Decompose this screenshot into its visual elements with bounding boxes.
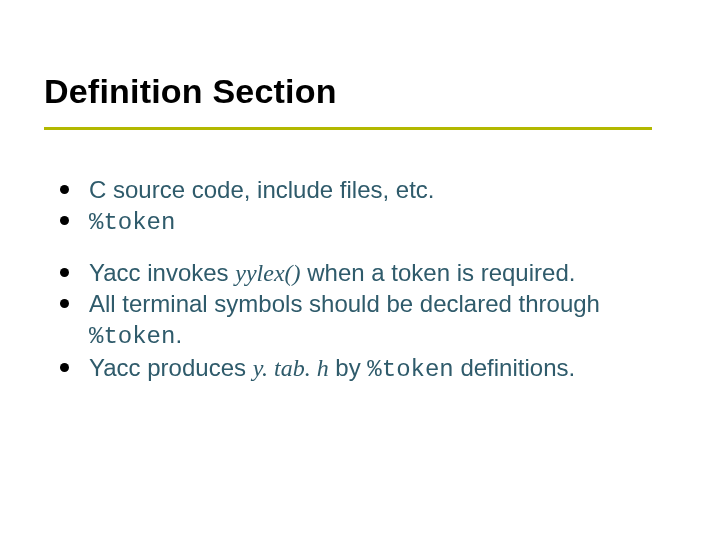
code-run: %token (89, 323, 175, 350)
italic-run: yylex() (235, 260, 300, 286)
bullet-icon (60, 216, 69, 225)
text-run: . (175, 321, 182, 348)
text-run: All terminal symbols should be declared … (89, 290, 600, 317)
text-run: definitions. (454, 354, 575, 381)
list-item: C source code, include files, etc. (60, 175, 660, 206)
italic-run: y. tab. h (253, 355, 329, 381)
text-run: C source code, include files, etc. (89, 176, 435, 203)
slide-title: Definition Section (44, 72, 337, 111)
text-run: Yacc produces (89, 354, 253, 381)
code-run: %token (89, 209, 175, 236)
spacer (60, 238, 660, 258)
text-run: by (329, 354, 368, 381)
text-run: when a token is required. (301, 259, 576, 286)
bullet-list: C source code, include files, etc. %toke… (60, 175, 660, 385)
text-run: Yacc invokes (89, 259, 235, 286)
list-item-text: Yacc invokes yylex() when a token is req… (89, 258, 660, 289)
title-underline (44, 127, 652, 130)
list-item: %token (60, 206, 660, 239)
list-item: All terminal symbols should be declared … (60, 289, 660, 352)
list-item-text: C source code, include files, etc. (89, 175, 660, 206)
list-item: Yacc produces y. tab. h by %token defini… (60, 353, 660, 386)
bullet-icon (60, 268, 69, 277)
slide: Definition Section C source code, includ… (0, 0, 720, 540)
bullet-icon (60, 363, 69, 372)
list-item-text: All terminal symbols should be declared … (89, 289, 660, 352)
bullet-icon (60, 185, 69, 194)
list-item: Yacc invokes yylex() when a token is req… (60, 258, 660, 289)
list-item-text: %token (89, 206, 660, 239)
list-item-text: Yacc produces y. tab. h by %token defini… (89, 353, 660, 386)
code-run: %token (367, 356, 453, 383)
bullet-icon (60, 299, 69, 308)
